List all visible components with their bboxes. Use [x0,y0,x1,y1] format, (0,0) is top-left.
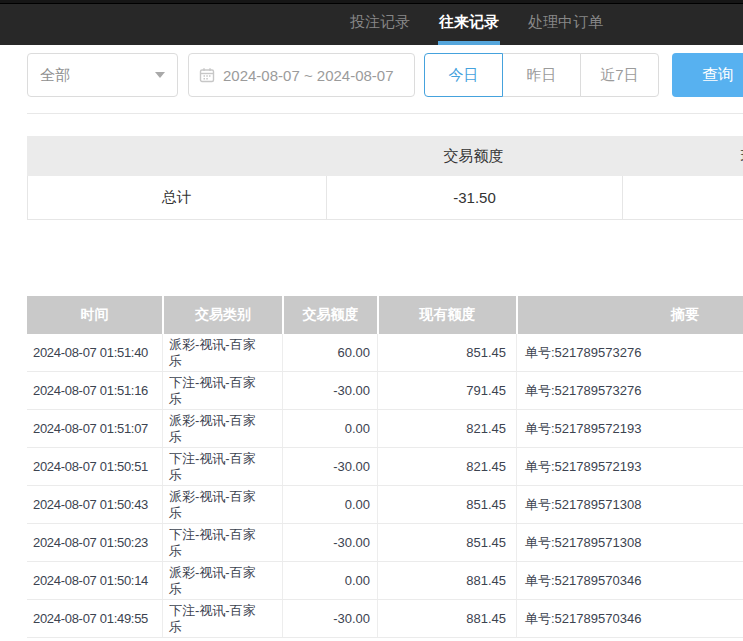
header-time: 时间 [27,296,162,334]
cell-time: 2024-08-07 01:50:43 [27,486,163,523]
cell-memo: 单号:521789572193 [517,410,743,447]
table-row[interactable]: 2024-08-07 01:50:14 派彩-视讯-百家乐 0.00 881.4… [27,562,743,600]
header-memo: 摘要 [518,296,743,334]
cell-time: 2024-08-07 01:50:23 [27,524,163,561]
cell-type: 派彩-视讯-百家乐 [163,562,283,599]
cell-memo: 单号:521789570346 [517,600,743,637]
cell-time: 2024-08-07 01:50:51 [27,448,163,485]
header-amount: 交易额度 [284,296,377,334]
cell-type: 下注-视讯-百家乐 [163,448,283,485]
tab-bar: 投注记录 往来记录 处理中订单 [350,0,603,45]
tab-processing-orders[interactable]: 处理中订单 [528,0,603,45]
top-nav-bar: 投注记录 往来记录 处理中订单 [0,0,743,45]
date-range-value: 2024-08-07 ~ 2024-08-07 [223,67,394,84]
chevron-down-icon [155,72,165,78]
cell-memo: 单号:521789572193 [517,448,743,485]
cell-amount: -30.00 [283,372,378,409]
type-select-value: 全部 [40,66,70,85]
cell-balance: 851.45 [378,486,517,523]
cell-time: 2024-08-07 01:50:14 [27,562,163,599]
cell-time: 2024-08-07 01:51:40 [27,334,163,371]
tab-bet-records[interactable]: 投注记录 [350,0,410,45]
summary-total-row: 总计 -31.50 [27,176,743,220]
table-row[interactable]: 2024-08-07 01:50:51 下注-视讯-百家乐 -30.00 821… [27,448,743,486]
calendar-icon [199,67,215,83]
cell-amount: -30.00 [283,524,378,561]
cell-memo: 单号:521789571308 [517,486,743,523]
summary-header-empty [27,136,325,176]
cell-balance: 851.45 [378,524,517,561]
table-header-row: 时间 交易类别 交易额度 现有额度 摘要 [27,296,743,334]
page: 投注记录 往来记录 处理中订单 全部 2024-08-07 ~ 2024-08-… [0,0,743,641]
cell-time: 2024-08-07 01:51:07 [27,410,163,447]
cell-type: 下注-视讯-百家乐 [163,372,283,409]
table-row[interactable]: 2024-08-07 01:49:55 下注-视讯-百家乐 -30.00 881… [27,600,743,638]
cell-type: 派彩-视讯-百家乐 [163,486,283,523]
summary-total-value: -31.50 [326,176,623,219]
summary-header-amount: 交易额度 [325,136,622,176]
table-row[interactable]: 2024-08-07 01:51:07 派彩-视讯-百家乐 0.00 821.4… [27,410,743,448]
table-row[interactable]: 2024-08-07 01:50:23 下注-视讯-百家乐 -30.00 851… [27,524,743,562]
search-button[interactable]: 查询 [672,53,743,97]
cell-time: 2024-08-07 01:49:55 [27,600,163,637]
filter-bar: 全部 2024-08-07 ~ 2024-08-07 今日 昨日 近7日 查询 [0,53,743,97]
header-type: 交易类别 [164,296,282,334]
cell-type: 派彩-视讯-百家乐 [163,410,283,447]
cell-type: 派彩-视讯-百家乐 [163,334,283,371]
cell-memo: 单号:521789571308 [517,524,743,561]
cell-balance: 881.45 [378,562,517,599]
cell-balance: 851.45 [378,334,517,371]
cell-balance: 881.45 [378,600,517,637]
cell-type: 下注-视讯-百家乐 [163,600,283,637]
cell-time: 2024-08-07 01:51:16 [27,372,163,409]
cell-balance: 821.45 [378,448,517,485]
cell-type: 下注-视讯-百家乐 [163,524,283,561]
yesterday-button[interactable]: 昨日 [502,53,581,97]
cell-balance: 821.45 [378,410,517,447]
tab-transaction-records[interactable]: 往来记录 [439,0,499,45]
summary-header-balance: 现有额度 [622,136,743,176]
cell-memo: 单号:521789570346 [517,562,743,599]
today-button[interactable]: 今日 [424,53,503,97]
cell-memo: 单号:521789573276 [517,372,743,409]
cell-amount: -30.00 [283,600,378,637]
summary-table: 交易额度 现有额度 总计 -31.50 [27,136,743,220]
type-select[interactable]: 全部 [27,53,178,97]
cell-memo: 单号:521789573276 [517,334,743,371]
table-row[interactable]: 2024-08-07 01:51:40 派彩-视讯-百家乐 60.00 851.… [27,334,743,372]
cell-amount: -30.00 [283,448,378,485]
table-row[interactable]: 2024-08-07 01:51:16 下注-视讯-百家乐 -30.00 791… [27,372,743,410]
summary-total-balance [622,176,743,219]
cell-amount: 0.00 [283,562,378,599]
date-range-input[interactable]: 2024-08-07 ~ 2024-08-07 [188,53,415,97]
header-balance: 现有额度 [379,296,516,334]
summary-total-label: 总计 [28,176,326,219]
summary-header-row: 交易额度 现有额度 [27,136,743,176]
cell-amount: 0.00 [283,486,378,523]
table-body: 2024-08-07 01:51:40 派彩-视讯-百家乐 60.00 851.… [27,334,743,638]
last-7-days-button[interactable]: 近7日 [580,53,659,97]
cell-amount: 0.00 [283,410,378,447]
quick-date-group: 今日 昨日 近7日 [424,53,659,97]
divider [27,113,743,114]
records-table: 时间 交易类别 交易额度 现有额度 摘要 2024-08-07 01:51:40… [27,296,743,638]
cell-amount: 60.00 [283,334,378,371]
cell-balance: 791.45 [378,372,517,409]
table-row[interactable]: 2024-08-07 01:50:43 派彩-视讯-百家乐 0.00 851.4… [27,486,743,524]
